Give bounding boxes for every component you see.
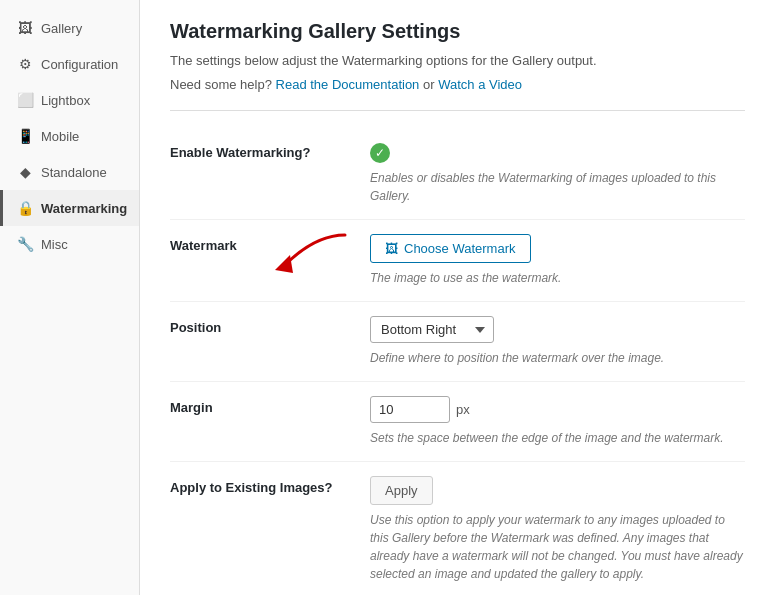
sidebar-item-label: Mobile	[41, 129, 79, 144]
sidebar-item-label: Standalone	[41, 165, 107, 180]
position-label: Position	[170, 316, 370, 335]
sidebar-item-label: Misc	[41, 237, 68, 252]
enable-watermarking-row: Enable Watermarking? ✓ Enables or disabl…	[170, 127, 745, 220]
enable-watermarking-toggle[interactable]: ✓	[370, 143, 390, 163]
gallery-icon: 🖼	[17, 20, 33, 36]
enable-watermarking-control: ✓ Enables or disables the Watermarking o…	[370, 141, 745, 205]
section-divider	[170, 110, 745, 111]
margin-input[interactable]	[370, 396, 450, 423]
apply-label: Apply to Existing Images?	[170, 476, 370, 495]
margin-unit: px	[456, 402, 470, 417]
position-row: Position Top Left Top Center Top Right C…	[170, 302, 745, 382]
sidebar-item-label: Gallery	[41, 21, 82, 36]
mobile-icon: 📱	[17, 128, 33, 144]
gear-icon: ⚙	[17, 56, 33, 72]
position-select[interactable]: Top Left Top Center Top Right Center Lef…	[370, 316, 494, 343]
sidebar-item-label: Watermarking	[41, 201, 127, 216]
watermark-label: Watermark	[170, 234, 370, 253]
sidebar: 🖼 Gallery ⚙ Configuration ⬜ Lightbox 📱 M…	[0, 0, 140, 595]
sidebar-item-label: Lightbox	[41, 93, 90, 108]
misc-icon: 🔧	[17, 236, 33, 252]
margin-input-wrap: px	[370, 396, 745, 423]
lightbox-icon: ⬜	[17, 92, 33, 108]
margin-row: Margin px Sets the space between the edg…	[170, 382, 745, 462]
watermark-control: 🖼 Choose Watermark The image to use as t…	[370, 234, 745, 287]
sidebar-item-lightbox[interactable]: ⬜ Lightbox	[0, 82, 139, 118]
page-title: Watermarking Gallery Settings	[170, 20, 745, 43]
sidebar-item-mobile[interactable]: 📱 Mobile	[0, 118, 139, 154]
sidebar-item-watermarking[interactable]: 🔒 Watermarking	[0, 190, 139, 226]
docs-link[interactable]: Read the Documentation	[276, 77, 420, 92]
main-content: Watermarking Gallery Settings The settin…	[140, 0, 775, 595]
position-help: Define where to position the watermark o…	[370, 349, 745, 367]
description-line1: The settings below adjust the Watermarki…	[170, 51, 745, 71]
watermark-help: The image to use as the watermark.	[370, 269, 745, 287]
sidebar-item-configuration[interactable]: ⚙ Configuration	[0, 46, 139, 82]
enable-watermarking-label: Enable Watermarking?	[170, 141, 370, 160]
settings-table: Enable Watermarking? ✓ Enables or disabl…	[170, 127, 745, 595]
apply-control: Apply Use this option to apply your wate…	[370, 476, 745, 583]
apply-button[interactable]: Apply	[370, 476, 433, 505]
margin-help: Sets the space between the edge of the i…	[370, 429, 745, 447]
lock-icon: 🔒	[17, 200, 33, 216]
video-link[interactable]: Watch a Video	[438, 77, 522, 92]
standalone-icon: ◆	[17, 164, 33, 180]
apply-row: Apply to Existing Images? Apply Use this…	[170, 462, 745, 595]
margin-label: Margin	[170, 396, 370, 415]
sidebar-item-misc[interactable]: 🔧 Misc	[0, 226, 139, 262]
sidebar-item-gallery[interactable]: 🖼 Gallery	[0, 10, 139, 46]
choose-watermark-button[interactable]: 🖼 Choose Watermark	[370, 234, 531, 263]
enable-watermarking-help: Enables or disables the Watermarking of …	[370, 169, 745, 205]
sidebar-item-standalone[interactable]: ◆ Standalone	[0, 154, 139, 190]
watermark-row: Watermark 🖼 Choose Watermark The image t…	[170, 220, 745, 302]
position-control: Top Left Top Center Top Right Center Lef…	[370, 316, 745, 367]
margin-control: px Sets the space between the edge of th…	[370, 396, 745, 447]
watermark-btn-icon: 🖼	[385, 241, 398, 256]
description-line2: Need some help? Read the Documentation o…	[170, 75, 745, 95]
sidebar-item-label: Configuration	[41, 57, 118, 72]
apply-help: Use this option to apply your watermark …	[370, 511, 745, 583]
choose-watermark-label: Choose Watermark	[404, 241, 516, 256]
